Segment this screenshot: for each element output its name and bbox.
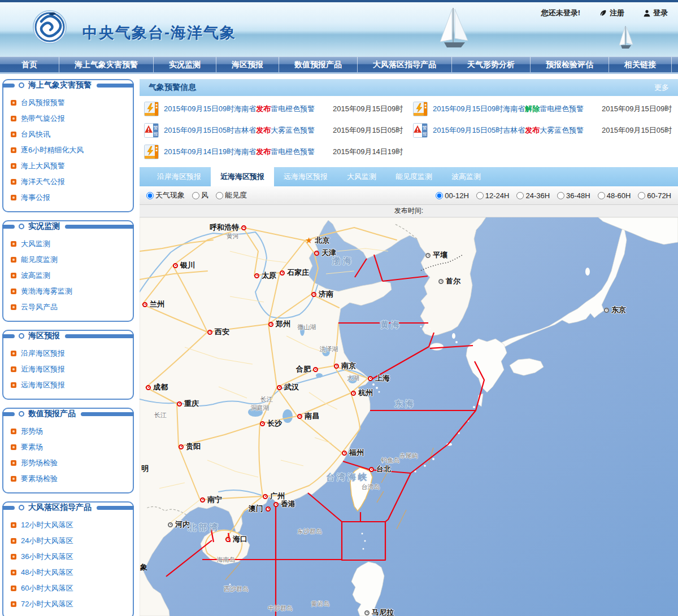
tab-2[interactable]: 远海海区预报 [274,167,337,186]
warning-link[interactable]: 2015年09月15日05时吉林省发布大雾蓝色预警 [164,125,315,136]
timerange-option-4[interactable]: 48-60H [598,191,631,200]
warning-link[interactable]: 2015年09月15日09时海南省解除雷电橙色预警 [433,104,584,114]
timerange-radio[interactable] [557,192,564,199]
more-link[interactable]: 更多 [654,82,669,93]
sidebar-item[interactable]: 48小时大风落区 [11,565,129,580]
warning-link[interactable]: 2015年09月14日19时海南省发布雷电橙色预警 [164,147,315,157]
element-radio[interactable] [192,192,199,199]
tab-4[interactable]: 能见度监测 [386,167,442,186]
orange-bullet-icon [11,476,16,482]
sidebar-item[interactable]: 60小时大风落区 [11,580,129,596]
element-option-2[interactable]: 能见度 [216,190,247,200]
nav-item-0[interactable]: 首页 [0,57,59,72]
sidebar-item[interactable]: 黄渤海海雾监测 [11,283,129,299]
sidebar-item[interactable]: 12小时大风落区 [11,517,129,533]
sidebar-item-label: 大风监测 [21,239,50,249]
warning-action: 发布 [256,126,271,134]
timerange-option-3[interactable]: 36-48H [557,191,590,200]
sidebar-item[interactable]: 波高监测 [11,268,129,283]
nav-item-5[interactable]: 大风落区指导产品 [358,57,452,72]
orange-bullet-icon [11,132,16,137]
sidebar-item[interactable]: 远海海区预报 [11,377,129,393]
sidebar-item[interactable]: 云导风产品 [11,299,129,315]
radio-label: 48-60H [607,191,631,200]
nav-item-1[interactable]: 海上气象灾害预警 [59,57,154,72]
tab-label: 大风监测 [347,172,376,182]
header-cap-left [2,506,15,510]
sidebar-item[interactable]: 沿岸海区预报 [11,346,129,361]
sidebar-item[interactable]: 24小时大风落区 [11,533,129,549]
register-link[interactable]: 注册 [599,8,624,18]
sidebar-item[interactable]: 形势场检验 [11,455,129,471]
sidebar-item[interactable]: 近海海区预报 [11,361,129,377]
warning-row: 2015年09月14日19时海南省发布雷电橙色预警2015年09月14日19时 [144,141,408,163]
sidebar-item[interactable]: 海上大风预警 [11,158,129,174]
forecast-tabs-bar: 沿岸海区预报近海海区预报远海海区预报大风监测能见度监测波高监测 [140,167,678,186]
warning-text-suffix: 雷电橙色预警 [271,147,315,156]
sidebar-item[interactable]: 台风快讯 [11,126,129,142]
element-option-0[interactable]: 天气现象 [146,190,185,200]
orange-bullet-icon [11,100,16,106]
sidebar-item[interactable]: 热带气旋公报 [11,111,129,126]
timerange-radio[interactable] [476,192,484,199]
timerange-radio[interactable] [598,192,605,199]
nav-item-2[interactable]: 实况监测 [154,57,216,72]
sidebar-item[interactable]: 逐6小时精细化大风 [11,142,129,158]
sidebar-item-label: 能见度监测 [21,255,58,265]
element-radio[interactable] [216,192,223,199]
sidebar-item[interactable]: 台风预报预警 [11,95,129,111]
tab-3[interactable]: 大风监测 [337,167,386,186]
time-range-radio-group: 00-12H12-24H24-36H36-48H48-60H60-72H [436,191,671,200]
sidebar-item[interactable]: 要素场检验 [11,471,129,487]
sidebar-item-label: 形势场 [21,426,43,436]
sidebar-item[interactable]: 36小时大风落区 [11,549,129,565]
sidebar-item[interactable]: 大风监测 [11,236,129,252]
sidebar-item[interactable]: 能见度监测 [11,252,129,268]
warning-link[interactable]: 2015年09月15日05时吉林省发布大雾蓝色预警 [433,125,584,136]
sidebar-item-label: 沿岸海区预报 [21,348,65,359]
marine-forecast-map[interactable]: 呼和浩特★北京天津银川太原石家庄济南兰州郑州西安南京合肥上海杭州武汉成都重庆南昌… [140,217,678,616]
timerange-radio[interactable] [638,192,645,199]
filter-bar: 天气现象风能见度 00-12H12-24H24-36H36-48H48-60H6… [140,186,678,205]
warning-row: 2015年09月15日09时海南省发布雷电橙色预警2015年09月15日09时 [144,98,408,120]
tab-1[interactable]: 近海海区预报 [211,167,274,186]
pen-icon [599,10,607,17]
svg-text:警: 警 [423,125,427,130]
timerange-radio[interactable] [516,192,524,199]
nav-item-7[interactable]: 预报检验评估 [531,57,609,72]
orange-bullet-icon [11,460,16,466]
sidebar-item[interactable]: 海事公报 [11,190,129,206]
timerange-option-5[interactable]: 60-72H [638,191,671,200]
warning-action: 发布 [525,126,540,134]
sidebar-section-header: 海上气象灾害预警 [2,81,134,89]
timerange-option-0[interactable]: 00-12H [436,191,469,200]
nav-item-label: 相关链接 [624,60,656,70]
sidebar-item-label: 远海海区预报 [21,380,65,390]
sidebar-item[interactable]: 形势场 [11,423,129,439]
login-link[interactable]: 登录 [644,8,668,18]
warning-action: 发布 [256,104,271,113]
sidebar-link-list: 大风监测能见度监测波高监测黄渤海海雾监测云导风产品 [3,235,133,315]
tab-0[interactable]: 沿岸海区预报 [147,167,211,186]
nav-item-3[interactable]: 海区预报 [216,57,279,72]
element-option-1[interactable]: 风 [192,190,208,200]
radio-label: 12-24H [485,191,510,200]
sidebar-item-label: 36小时大风落区 [21,552,73,562]
radio-label: 能见度 [225,190,247,200]
tab-5[interactable]: 波高监测 [442,167,490,186]
sidebar-section-header: 大风落区指导产品 [2,504,134,512]
nav-item-6[interactable]: 天气形势分析 [452,57,531,72]
nav-item-8[interactable]: 相关链接 [609,57,672,72]
nav-item-4[interactable]: 数值预报产品 [279,57,358,72]
timerange-option-2[interactable]: 24-36H [516,191,550,200]
sidebar-item[interactable]: 72小时大风落区 [11,596,129,612]
sidebar-item-label: 波高监测 [21,270,50,281]
warning-text-suffix: 雷电橙色预警 [540,104,584,113]
sidebar-item[interactable]: 海洋天气公报 [11,174,129,190]
site-title: 中央气象台-海洋气象 [82,23,236,43]
element-radio[interactable] [146,192,154,199]
timerange-option-1[interactable]: 12-24H [476,191,510,200]
sidebar-item[interactable]: 要素场 [11,439,129,455]
warning-link[interactable]: 2015年09月15日09时海南省发布雷电橙色预警 [164,104,315,114]
timerange-radio[interactable] [436,192,443,199]
